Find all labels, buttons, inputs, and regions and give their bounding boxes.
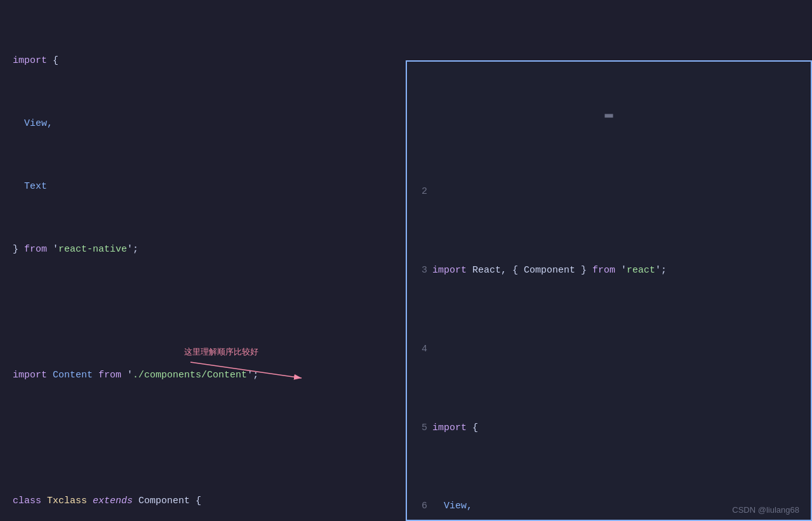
right-code-line: 5 import { <box>413 421 804 436</box>
code-line <box>13 305 390 321</box>
watermark-text: CSDN @liulang68 <box>732 505 799 515</box>
code-line: class Txclass extends Component { <box>13 494 390 510</box>
right-code-line: 3 import React, { Component } from 'reac… <box>413 263 804 279</box>
right-code-block: ▄▄ 2 3 import React, { Component } from … <box>407 62 811 521</box>
keyword: extends <box>93 496 133 506</box>
code-line: } from 'react-native'; <box>13 242 390 258</box>
right-code-line: 2 <box>413 184 804 200</box>
code-line: import { <box>13 53 390 69</box>
line-num: 2 <box>413 184 432 200</box>
string-literal: react-native <box>58 244 127 255</box>
left-panel: import { View, Text } from 'react-native… <box>0 0 403 521</box>
main-container: import { View, Text } from 'react-native… <box>0 0 812 521</box>
scroll-indicator: ▄▄ <box>413 109 804 121</box>
right-code-line: 4 <box>413 342 804 358</box>
keyword: from <box>24 244 47 255</box>
identifier: View, <box>432 499 472 515</box>
left-code-block: import { View, Text } from 'react-native… <box>13 6 390 521</box>
code-line: import Content from './components/Conten… <box>13 368 390 384</box>
code-line <box>13 431 390 447</box>
line-num: 6 <box>413 499 432 515</box>
keyword: import <box>432 263 467 279</box>
keyword: from <box>98 370 121 381</box>
watermark: CSDN @liulang68 <box>732 505 799 515</box>
class-name: Txclass <box>47 496 87 506</box>
keyword: import <box>13 55 47 66</box>
identifier: View, <box>13 118 53 129</box>
keyword: class <box>13 496 41 506</box>
right-panel: ▄▄ 2 3 import React, { Component } from … <box>406 60 812 521</box>
keyword: from <box>592 263 615 279</box>
code-line: Text <box>13 179 390 195</box>
string-literal: ./components/Content <box>133 370 247 381</box>
line-num: 5 <box>413 421 432 436</box>
keyword: import <box>432 421 467 436</box>
line-num: 3 <box>413 263 432 279</box>
string-literal: react <box>627 263 655 279</box>
identifier: Text <box>13 181 47 192</box>
keyword: import <box>13 370 47 381</box>
line-num: 4 <box>413 342 432 358</box>
code-line: View, <box>13 116 390 132</box>
identifier: Content <box>53 370 93 381</box>
